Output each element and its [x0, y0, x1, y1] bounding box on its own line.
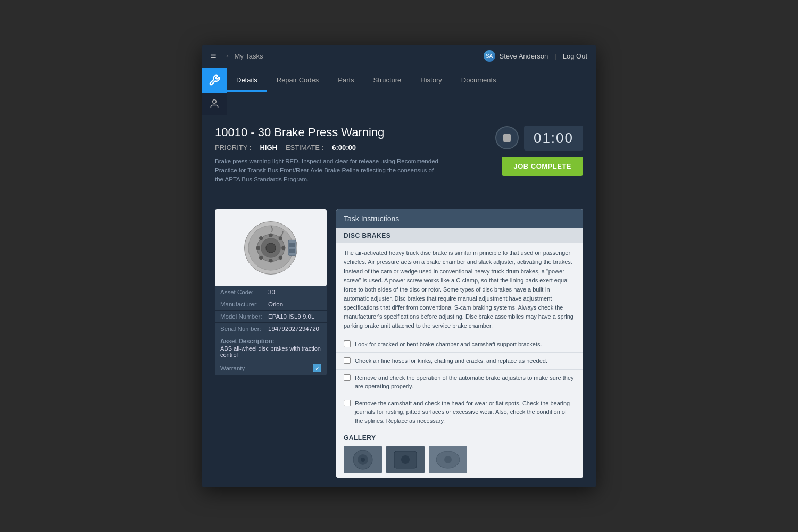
warranty-label: Warranty [220, 365, 313, 371]
warranty-checkbox[interactable]: ✓ [313, 364, 321, 372]
estimate-value: 6:00:00 [332, 144, 356, 152]
checklist-item-4: Remove the camshaft and check the head f… [336, 395, 583, 429]
serial-row: Serial Number: 194792027294720 [215, 323, 327, 335]
svg-point-7 [256, 246, 260, 250]
stop-button[interactable] [495, 126, 519, 149]
model-label: Model Number: [220, 313, 268, 320]
job-description: Brake press warning light RED. Inspect a… [215, 157, 438, 185]
checklist: Look for cracked or bent brake chamber a… [336, 336, 583, 429]
svg-point-20 [361, 458, 365, 462]
checklist-item-3: Remove and check the operation of the au… [336, 370, 583, 395]
menu-icon[interactable]: ≡ [211, 51, 217, 62]
gallery-thumb-2[interactable] [386, 446, 425, 473]
asset-details-table: Asset Code: 30 Manufacturer: Orion Model… [215, 286, 327, 375]
manufacturer-row: Manufacturer: Orion [215, 298, 327, 311]
checklist-item-2: Check air line hoses for kinks, chafing … [336, 353, 583, 370]
svg-rect-15 [289, 243, 295, 247]
task-description: The air-activated heavy truck disc brake… [336, 243, 583, 336]
svg-point-10 [279, 256, 282, 260]
priority-label: PRIORITY : [215, 144, 251, 152]
svg-point-9 [259, 236, 263, 240]
user-name: Steve Anderson [500, 52, 548, 60]
svg-point-5 [269, 233, 272, 237]
back-label: My Tasks [235, 52, 263, 60]
sidebar-wrench-icon[interactable] [202, 68, 227, 93]
job-controls-right: 01:00 JOB COMPLETE [495, 126, 583, 176]
job-info-left: 10010 - 30 Brake Press Warning PRIORITY … [215, 126, 485, 185]
asset-desc-block: Asset Description: ABS all-wheel disc br… [215, 335, 327, 361]
checklist-item-1: Look for cracked or bent brake chamber a… [336, 336, 583, 353]
disc-brakes-header: DISC BRAKES [336, 228, 583, 243]
manufacturer-label: Manufacturer: [220, 301, 268, 307]
divider-container [202, 193, 596, 200]
stop-icon [503, 134, 511, 142]
user-info: SA Steve Anderson | Log Out [484, 50, 587, 62]
svg-point-23 [401, 455, 410, 464]
gallery-image-1 [344, 446, 382, 473]
job-title: 10010 - 30 Brake Press Warning [215, 126, 485, 139]
asset-desc-label: Asset Description: [220, 338, 321, 344]
back-arrow-icon: ← [225, 52, 232, 60]
logout-button[interactable]: Log Out [563, 52, 587, 60]
asset-panel: Asset Code: 30 Manufacturer: Orion Model… [215, 209, 327, 478]
sidebar-person-row [202, 93, 596, 115]
tab-details[interactable]: Details [227, 70, 267, 92]
asset-image-box [215, 209, 327, 286]
tab-nav-container: Details Repair Codes Parts Structure His… [202, 68, 596, 93]
lower-content: Asset Code: 30 Manufacturer: Orion Model… [202, 200, 596, 487]
tab-history[interactable]: History [411, 70, 451, 92]
job-complete-button[interactable]: JOB COMPLETE [502, 157, 583, 176]
svg-point-0 [213, 99, 217, 103]
gallery-image-2 [386, 446, 425, 473]
tab-structure[interactable]: Structure [364, 70, 411, 92]
gallery-row [344, 446, 576, 473]
gallery-image-3 [429, 446, 467, 473]
separator: | [554, 52, 556, 60]
model-value: EPA10 ISL9 9.0L [268, 313, 314, 320]
sidebar-person-icon[interactable] [202, 93, 227, 115]
job-meta: PRIORITY : HIGH ESTIMATE : 6:00:00 [215, 144, 485, 152]
serial-label: Serial Number: [220, 326, 268, 332]
back-button[interactable]: ← My Tasks [225, 52, 263, 60]
checklist-text-4: Remove the camshaft and check the head f… [355, 399, 576, 426]
checklist-text-3: Remove and check the operation of the au… [355, 373, 576, 391]
checkbox-4[interactable] [344, 400, 351, 406]
task-instructions-header: Task Instructions [336, 209, 583, 228]
gallery-header: GALLERY [344, 434, 576, 442]
svg-point-11 [279, 236, 282, 240]
checkbox-2[interactable] [344, 357, 351, 364]
timer-display: 01:00 [524, 126, 583, 151]
serial-value: 194792027294720 [268, 326, 319, 332]
brake-disc-image [242, 219, 300, 277]
checklist-text-1: Look for cracked or bent brake chamber a… [355, 340, 542, 349]
main-content: 10010 - 30 Brake Press Warning PRIORITY … [202, 115, 596, 488]
checklist-text-2: Check air line hoses for kinks, chafing … [355, 356, 547, 365]
tab-documents[interactable]: Documents [452, 70, 506, 92]
asset-code-label: Asset Code: [220, 289, 268, 295]
estimate-label: ESTIMATE : [286, 144, 323, 152]
warranty-row: Warranty ✓ [215, 361, 327, 375]
top-bar: ≡ ← My Tasks SA Steve Anderson | Log Out [202, 45, 596, 68]
asset-code-row: Asset Code: 30 [215, 286, 327, 298]
tab-parts[interactable]: Parts [328, 70, 363, 92]
svg-rect-16 [289, 249, 295, 253]
svg-point-8 [281, 246, 285, 250]
timer-area: 01:00 [495, 126, 583, 151]
gallery-thumb-3[interactable] [429, 446, 467, 473]
svg-point-13 [266, 243, 276, 253]
svg-point-12 [259, 256, 263, 260]
task-panel: Task Instructions DISC BRAKES The air-ac… [336, 209, 583, 478]
asset-code-value: 30 [268, 289, 275, 295]
divider-line [215, 196, 583, 196]
tab-nav: Details Repair Codes Parts Structure His… [227, 68, 596, 93]
avatar: SA [484, 50, 495, 62]
gallery-thumb-1[interactable] [344, 446, 382, 473]
tab-repair-codes[interactable]: Repair Codes [267, 70, 329, 92]
svg-rect-14 [288, 240, 296, 255]
model-row: Model Number: EPA10 ISL9 9.0L [215, 311, 327, 323]
checkbox-3[interactable] [344, 374, 351, 381]
checkbox-1[interactable] [344, 340, 351, 347]
job-header: 10010 - 30 Brake Press Warning PRIORITY … [202, 115, 596, 193]
svg-point-6 [269, 259, 272, 262]
manufacturer-value: Orion [268, 301, 283, 307]
